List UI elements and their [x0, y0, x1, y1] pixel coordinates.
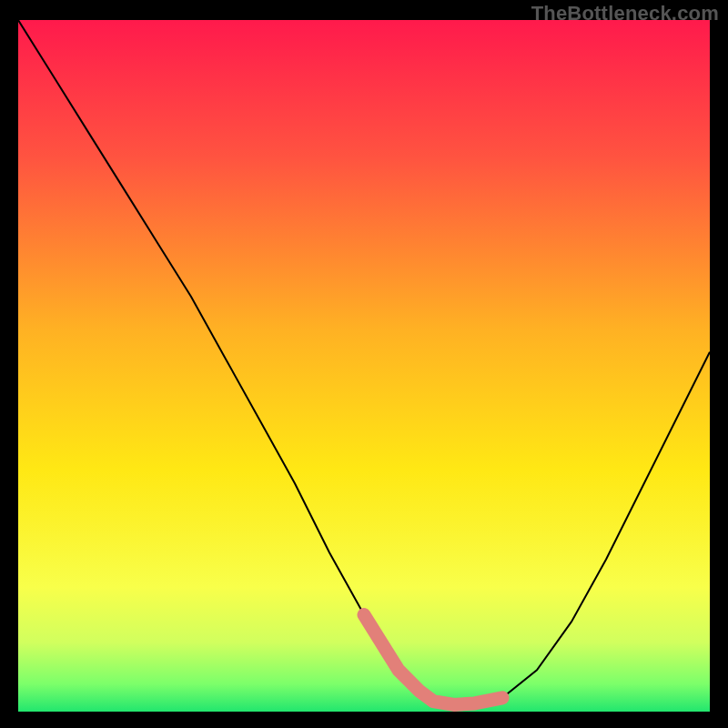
- chart-background: [18, 20, 710, 712]
- chart-frame: [18, 20, 710, 712]
- chart-svg: [18, 20, 710, 712]
